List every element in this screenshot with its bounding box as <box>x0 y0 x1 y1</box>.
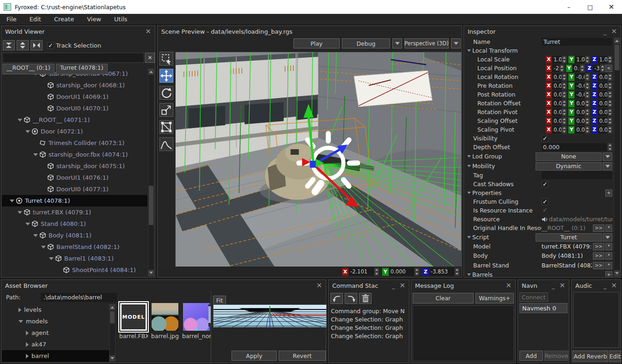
track-selection-checkbox[interactable]: ✓ <box>47 42 54 49</box>
navmesh-close-icon[interactable]: ✕ <box>559 281 565 290</box>
minimize-icon[interactable]: – <box>558 0 579 14</box>
z-value-field[interactable]: 0.000 <box>598 82 607 90</box>
tree-item[interactable]: DoorUI1 (4069:1) <box>2 91 147 103</box>
z-spinner[interactable] <box>600 65 605 72</box>
audio-close-icon[interactable]: ✕ <box>611 281 617 290</box>
play-button[interactable]: Play <box>293 38 340 49</box>
path-field[interactable]: .\data\models\barrel <box>41 293 117 302</box>
close-icon[interactable]: ✕ <box>601 0 622 14</box>
add-property-button[interactable]: + <box>605 189 612 197</box>
add-barrel-button[interactable]: + <box>605 271 612 277</box>
menu-edit[interactable]: Edit <box>23 16 48 23</box>
menu-view[interactable]: View <box>80 16 108 23</box>
y-value-field[interactable]: 0.000 <box>575 117 584 125</box>
inspector-minimize-icon[interactable]: _ <box>604 28 607 35</box>
goto-body-button[interactable]: >> <box>593 252 604 260</box>
terrain-tool-button[interactable] <box>159 137 173 151</box>
tree-item[interactable]: Body (4081:1) <box>2 230 147 241</box>
tree-item[interactable]: DoorUI0 (4077:1) <box>2 183 147 195</box>
tag-field[interactable] <box>542 171 612 179</box>
z-spinner[interactable] <box>608 82 612 90</box>
warnings-filter-button[interactable]: Warnings+ <box>476 293 514 303</box>
scrollbar-thumb[interactable] <box>110 311 115 323</box>
z-value-field[interactable]: 0.000 <box>598 100 607 107</box>
revert-value-button[interactable]: < <box>605 65 612 72</box>
expander-icon[interactable] <box>17 211 22 214</box>
tree-item[interactable]: BarrelStand (4082:1) <box>2 241 147 253</box>
z-value-field[interactable]: 0.000 <box>598 109 607 116</box>
undo-icon[interactable] <box>330 293 343 304</box>
z-spinner[interactable] <box>608 109 612 116</box>
mobility-dropdown[interactable]: Dynamic <box>536 162 602 170</box>
y-spinner[interactable] <box>585 100 590 107</box>
scroll-down-icon[interactable] <box>148 270 154 276</box>
debug-dropdown-icon[interactable] <box>392 38 402 49</box>
scroll-up-icon[interactable] <box>110 304 115 310</box>
z-spinner[interactable] <box>608 126 612 133</box>
add-navmesh-button[interactable]: Add <box>519 351 543 361</box>
texture-thumbnail[interactable] <box>152 303 178 331</box>
x-value-field[interactable]: 0.000 <box>552 91 561 98</box>
menu-create[interactable]: Create <box>48 16 80 23</box>
x-spinner[interactable] <box>562 56 567 63</box>
x-spinner[interactable] <box>562 82 567 90</box>
folder-closed-icon[interactable] <box>18 308 21 312</box>
camera-mode-button[interactable]: Perspective (3D) <box>404 38 449 49</box>
scroll-up-icon[interactable] <box>614 38 620 44</box>
expander-icon[interactable] <box>41 246 46 249</box>
z-value-field[interactable]: -3.853 <box>593 65 600 72</box>
z-value-field[interactable]: 0.000 <box>598 91 607 98</box>
x-value-field[interactable]: 0.000 <box>552 82 561 90</box>
y-coordinate-field[interactable]: 0.000 <box>389 268 414 276</box>
y-value-field[interactable]: 0.000 <box>575 100 584 107</box>
depth-offset-spinner[interactable] <box>608 143 612 151</box>
tree-item[interactable]: ShootPoint4 (4084:1) <box>2 264 147 276</box>
pick-barrel-stand-button[interactable]: * <box>605 262 612 269</box>
goto-model-button[interactable]: >> <box>593 243 604 250</box>
folder-open-icon[interactable] <box>18 320 23 323</box>
script-dropdown-icon[interactable] <box>603 233 612 242</box>
asset-item[interactable]: MODELbarrel.FBX <box>119 303 148 340</box>
edit-audio-button[interactable]: Edit <box>609 351 621 362</box>
mobility-section[interactable]: Mobility <box>465 163 536 170</box>
navmesh-minimize-icon[interactable]: _ <box>552 282 555 289</box>
x-value-field[interactable]: 0.000 <box>552 109 561 116</box>
goto-handle-button[interactable]: >> <box>593 224 604 232</box>
tree-item[interactable]: DoorUI1 (4076:1) <box>2 172 147 183</box>
move-tool-button[interactable] <box>159 69 173 83</box>
local-transform-section[interactable]: Local Transform <box>465 47 536 54</box>
tree-search-input[interactable] <box>2 53 144 63</box>
y-spinner[interactable] <box>585 91 590 98</box>
y-spinner[interactable] <box>585 56 590 63</box>
z-value-field[interactable]: 0.000 <box>598 117 607 125</box>
menu-file[interactable]: File <box>0 16 23 23</box>
frustum-culling-checkbox[interactable]: ✓ <box>542 198 549 205</box>
fit-button[interactable]: Fit <box>213 296 226 305</box>
depth-offset-field[interactable]: 0.000 <box>542 143 607 151</box>
y-spinner[interactable] <box>585 82 590 90</box>
y-spinner[interactable] <box>585 73 590 81</box>
barrels-section[interactable]: Barrels <box>465 271 536 277</box>
expander-icon[interactable] <box>25 223 30 225</box>
command-item[interactable]: Change Selection: Graph <box>331 324 408 333</box>
tree-item[interactable]: __ROOT__ (4071:1) <box>2 114 147 126</box>
clear-log-button[interactable]: Clear <box>413 293 474 303</box>
x-value-field[interactable]: 0.000 <box>552 73 561 81</box>
scroll-down-icon[interactable] <box>110 355 115 361</box>
breadcrumb-item[interactable]: Turret (4078:1) <box>56 64 108 74</box>
script-section[interactable]: Script <box>465 234 536 241</box>
folder-item[interactable]: ak47 <box>2 339 109 350</box>
scrollbar-thumb[interactable] <box>149 186 153 225</box>
command-stack-close-icon[interactable]: ✕ <box>399 281 405 290</box>
tree-item[interactable]: starship_door (4068:1) <box>2 79 147 91</box>
tree-item[interactable]: Barrel1 (4083:1) <box>2 253 147 264</box>
y-value-field[interactable]: 0.000 <box>575 109 584 116</box>
expander-icon[interactable] <box>9 200 14 202</box>
folder-scrollbar[interactable] <box>109 304 116 362</box>
properties-section[interactable]: Properties <box>465 189 536 196</box>
expand-all-icon[interactable] <box>17 40 29 50</box>
revert-button[interactable]: Revert <box>279 351 326 361</box>
expander-icon[interactable] <box>25 130 30 133</box>
z-value-field[interactable]: 0.000 <box>598 126 607 133</box>
scene-viewport[interactable] <box>175 52 462 267</box>
